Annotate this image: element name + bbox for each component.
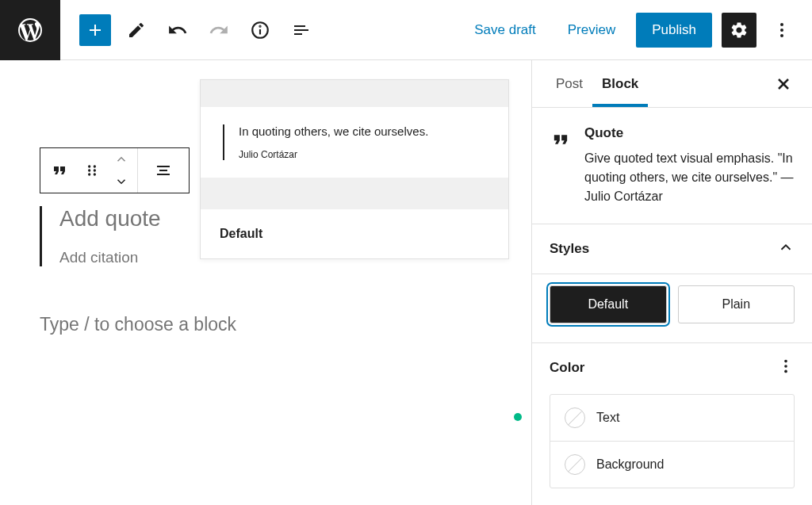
block-desc-text: Give quoted text visual emphasis. "In qu…: [584, 149, 795, 206]
svg-point-16: [784, 370, 787, 373]
preview-quote-citation: Julio Cortázar: [239, 149, 486, 160]
svg-point-8: [88, 173, 90, 175]
style-default-button[interactable]: Default: [550, 285, 667, 323]
drag-handle-icon[interactable]: [79, 148, 105, 193]
top-toolbar: Save draft Preview Publish: [0, 0, 812, 60]
move-down-button[interactable]: [105, 170, 137, 193]
svg-point-11: [94, 173, 96, 175]
quote-placeholder[interactable]: Add quote: [59, 206, 161, 231]
align-button[interactable]: [138, 148, 189, 193]
preview-style-label: Default: [201, 209, 508, 258]
svg-point-5: [780, 34, 783, 37]
info-button[interactable]: [244, 14, 276, 46]
color-panel-menu-button[interactable]: [777, 358, 795, 378]
style-plain-button[interactable]: Plain: [678, 285, 795, 323]
text-color-swatch: [565, 407, 585, 428]
tab-block[interactable]: Block: [592, 62, 648, 106]
paragraph-placeholder[interactable]: Type / to choose a block: [40, 314, 236, 335]
main-area: In quoting others, we cite ourselves. Ju…: [0, 60, 812, 505]
add-block-button[interactable]: [79, 14, 111, 46]
tools-button[interactable]: [121, 14, 152, 46]
save-draft-button[interactable]: Save draft: [463, 14, 547, 46]
settings-button[interactable]: [722, 13, 756, 48]
preview-body: In quoting others, we cite ourselves. Ju…: [201, 107, 508, 178]
wordpress-logo[interactable]: [0, 0, 60, 60]
publish-button[interactable]: Publish: [636, 13, 712, 48]
color-panel-header: Color: [532, 343, 812, 384]
svg-point-2: [259, 25, 260, 26]
svg-point-15: [784, 365, 787, 368]
editor-canvas: In quoting others, we cite ourselves. Ju…: [0, 60, 531, 505]
toolbar-right: Save draft Preview Publish: [463, 13, 812, 48]
quote-icon: [550, 125, 572, 206]
citation-placeholder[interactable]: Add citation: [59, 249, 161, 266]
preview-quote: In quoting others, we cite ourselves. Ju…: [223, 124, 486, 160]
toolbar-left: [60, 14, 317, 46]
move-up-button[interactable]: [105, 148, 137, 170]
sidebar-tabs: Post Block: [532, 60, 812, 108]
style-preview-popover: In quoting others, we cite ourselves. Ju…: [200, 79, 509, 259]
svg-point-10: [94, 169, 96, 171]
block-toolbar: [40, 147, 190, 193]
styles-panel-body: Default Plain: [532, 274, 812, 343]
outline-button[interactable]: [285, 14, 317, 46]
close-sidebar-button[interactable]: [769, 70, 798, 98]
svg-point-6: [88, 165, 90, 167]
preview-button[interactable]: Preview: [557, 14, 626, 46]
redo-button[interactable]: [203, 14, 235, 46]
quote-block[interactable]: Add quote Add citation: [40, 206, 161, 266]
undo-button[interactable]: [162, 14, 193, 46]
more-menu-button[interactable]: [766, 14, 798, 46]
preview-header-gray: [201, 80, 508, 107]
chevron-up-icon: [777, 239, 795, 259]
block-title: Quote: [584, 125, 795, 141]
settings-sidebar: Post Block Quote Give quoted text visual…: [531, 60, 812, 505]
tab-post[interactable]: Post: [546, 62, 592, 106]
svg-point-3: [780, 23, 783, 26]
svg-point-7: [88, 169, 90, 171]
unsaved-indicator-icon: [514, 413, 522, 421]
color-background-row[interactable]: Background: [550, 442, 794, 488]
color-text-row[interactable]: Text: [550, 395, 794, 442]
block-type-quote-icon[interactable]: [40, 148, 79, 193]
background-color-swatch: [565, 454, 585, 475]
svg-point-14: [784, 360, 787, 363]
block-description: Quote Give quoted text visual emphasis. …: [532, 108, 812, 224]
svg-point-4: [780, 29, 783, 32]
preview-footer-gray: [201, 178, 508, 209]
color-list: Text Background: [550, 394, 795, 488]
svg-point-9: [94, 165, 96, 167]
preview-quote-text: In quoting others, we cite ourselves.: [239, 124, 486, 138]
styles-panel-header[interactable]: Styles: [532, 224, 812, 274]
